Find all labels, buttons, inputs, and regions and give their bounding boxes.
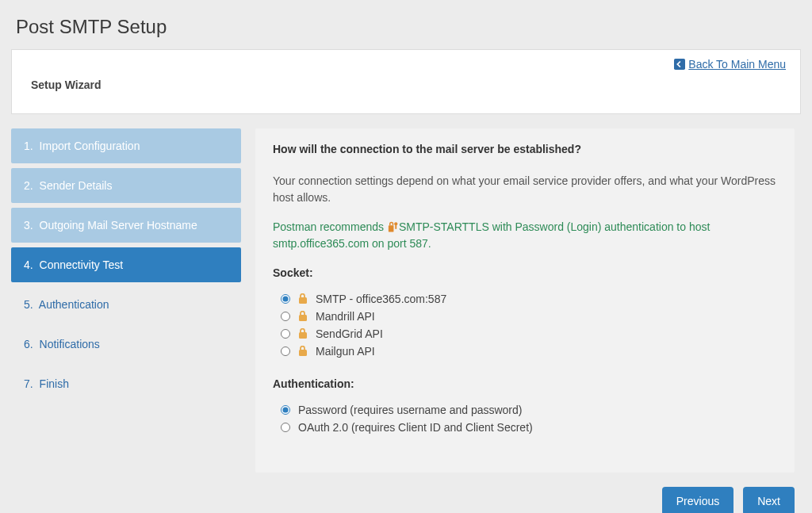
- back-link-text: Back To Main Menu: [688, 58, 786, 71]
- socket-radio[interactable]: [281, 294, 290, 304]
- socket-option-label: Mandrill API: [316, 310, 375, 323]
- step-import-configuration[interactable]: 1. Import Configuration: [11, 128, 241, 163]
- wizard-steps: 1. Import Configuration 2. Sender Detail…: [11, 128, 241, 513]
- step-number: 2.: [24, 179, 33, 192]
- socket-option-sendgrid[interactable]: SendGrid API: [281, 325, 777, 343]
- auth-radio[interactable]: [281, 423, 290, 432]
- socket-option-label: SendGrid API: [316, 327, 383, 340]
- key-icon: [387, 221, 399, 232]
- lock-icon: [298, 346, 308, 357]
- step-label: Sender Details: [40, 179, 113, 192]
- step-number: 5.: [24, 298, 33, 311]
- svg-rect-1: [389, 225, 394, 232]
- step-finish[interactable]: 7. Finish: [11, 366, 241, 401]
- auth-option-label: OAuth 2.0 (requires Client ID and Client…: [298, 421, 533, 434]
- svg-rect-5: [299, 315, 307, 321]
- socket-option-mandrill[interactable]: Mandrill API: [281, 308, 777, 325]
- authentication-label: Authentication:: [273, 377, 777, 390]
- socket-option-label: Mailgun API: [316, 345, 375, 358]
- wizard-header-card: Back To Main Menu Setup Wizard: [11, 49, 801, 114]
- wizard-nav-buttons: Previous Next: [255, 487, 795, 513]
- step-connectivity-test[interactable]: 4. Connectivity Test: [11, 247, 241, 282]
- step-number: 1.: [24, 140, 33, 152]
- step-notifications[interactable]: 6. Notifications: [11, 327, 241, 362]
- socket-radio[interactable]: [281, 329, 290, 339]
- recommend-prefix: Postman recommends: [273, 220, 387, 233]
- auth-option-password[interactable]: Password (requires username and password…: [281, 401, 777, 419]
- content-recommend: Postman recommends SMTP-STARTTLS with Pa…: [273, 219, 777, 252]
- lock-icon: [298, 293, 308, 304]
- step-label: Notifications: [40, 338, 100, 350]
- wizard-title: Setup Wizard: [31, 78, 781, 91]
- step-outgoing-mail-server[interactable]: 3. Outgoing Mail Server Hostname: [11, 208, 241, 243]
- auth-radio[interactable]: [281, 405, 290, 415]
- authentication-options: Password (requires username and password…: [281, 401, 777, 436]
- socket-radio[interactable]: [281, 346, 290, 356]
- socket-radio[interactable]: [281, 312, 290, 321]
- page-title: Post SMTP Setup: [16, 16, 801, 38]
- lock-icon: [298, 328, 308, 339]
- step-authentication[interactable]: 5. Authentication: [11, 287, 241, 322]
- step-label: Finish: [40, 377, 69, 390]
- svg-rect-7: [299, 350, 307, 356]
- content-description: Your connection settings depend on what …: [273, 173, 777, 206]
- step-sender-details[interactable]: 2. Sender Details: [11, 168, 241, 203]
- step-label: Authentication: [39, 298, 109, 311]
- socket-label: Socket:: [273, 266, 777, 279]
- auth-option-label: Password (requires username and password…: [298, 404, 522, 416]
- step-number: 3.: [24, 219, 33, 232]
- socket-option-smtp[interactable]: SMTP - office365.com:587: [281, 290, 777, 308]
- svg-rect-0: [674, 59, 685, 70]
- svg-rect-6: [299, 332, 307, 339]
- step-label: Outgoing Mail Server Hostname: [40, 219, 197, 232]
- step-number: 6.: [24, 338, 33, 350]
- step-number: 4.: [24, 258, 33, 271]
- lock-icon: [298, 311, 308, 322]
- socket-option-label: SMTP - office365.com:587: [316, 293, 446, 305]
- auth-option-oauth[interactable]: OAuth 2.0 (requires Client ID and Client…: [281, 419, 777, 436]
- back-arrow-icon: [674, 59, 685, 70]
- step-label: Import Configuration: [40, 140, 140, 152]
- socket-option-mailgun[interactable]: Mailgun API: [281, 343, 777, 360]
- socket-options: SMTP - office365.com:587 Mandrill API Se…: [281, 290, 777, 360]
- content-question: How will the connection to the mail serv…: [273, 143, 777, 155]
- back-to-main-link[interactable]: Back To Main Menu: [674, 58, 786, 71]
- svg-rect-3: [395, 224, 396, 229]
- previous-button[interactable]: Previous: [662, 487, 733, 513]
- step-label: Connectivity Test: [40, 258, 124, 271]
- svg-rect-4: [299, 297, 307, 304]
- step-number: 7.: [24, 377, 33, 390]
- next-button[interactable]: Next: [743, 487, 795, 513]
- wizard-content: How will the connection to the mail serv…: [255, 128, 795, 473]
